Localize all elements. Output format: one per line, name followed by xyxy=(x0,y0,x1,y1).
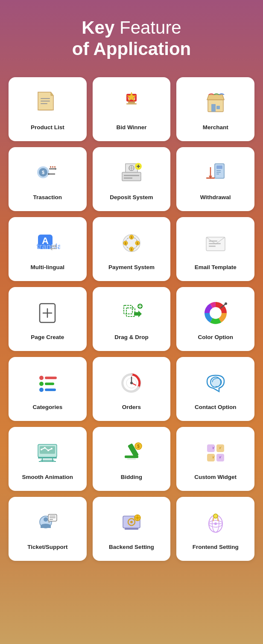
card-orders[interactable]: Orders xyxy=(93,357,171,421)
svg-text:$: $ xyxy=(137,444,140,449)
svg-rect-4 xyxy=(41,98,50,99)
svg-point-70 xyxy=(212,310,219,316)
svg-rect-41 xyxy=(206,177,215,179)
svg-rect-24 xyxy=(54,166,56,168)
label-email-template: Email Template xyxy=(195,264,237,271)
svg-rect-11 xyxy=(126,103,137,104)
icon-categories xyxy=(32,368,63,398)
icon-color-option xyxy=(200,298,231,328)
svg-rect-23 xyxy=(52,166,53,168)
card-deposit-system[interactable]: Deposit System xyxy=(93,147,171,211)
features-grid: Product List WIN Bid Winner Merchant $ T… xyxy=(0,73,263,574)
card-payment-system[interactable]: $ $ $ $ Payment System xyxy=(93,217,171,281)
icon-payment-system: $ $ $ $ xyxy=(116,228,147,258)
svg-rect-78 xyxy=(45,389,56,391)
svg-rect-22 xyxy=(50,166,51,168)
card-custom-widget[interactable]: Custom Widget xyxy=(176,427,254,491)
label-bidding: Bidding xyxy=(121,473,142,481)
card-product-list[interactable]: Product List xyxy=(9,77,87,141)
icon-bid-winner: WIN xyxy=(116,88,147,119)
card-merchant[interactable]: Merchant xyxy=(176,77,254,141)
label-multi-lingual: Multi-lingual xyxy=(31,264,64,271)
icon-smooth-animation xyxy=(32,438,63,468)
svg-text:$: $ xyxy=(131,248,132,251)
svg-rect-25 xyxy=(122,172,141,181)
page-header: Key Feature of Application xyxy=(0,0,263,73)
svg-point-75 xyxy=(39,382,44,386)
svg-point-73 xyxy=(39,376,44,380)
svg-point-127 xyxy=(213,514,218,518)
svg-rect-58 xyxy=(209,241,217,242)
svg-rect-91 xyxy=(41,460,54,461)
label-frontend-setting: Frontend Setting xyxy=(193,543,239,551)
label-categories: Categories xyxy=(32,403,62,411)
svg-text:⇄: ⇄ xyxy=(50,242,57,252)
card-transaction[interactable]: $ Trasaction xyxy=(9,147,87,211)
card-drag-drop[interactable]: Drag & Drop xyxy=(93,287,171,351)
icon-bidding: $ xyxy=(116,438,147,468)
svg-rect-6 xyxy=(41,103,47,104)
header-line2: of Application xyxy=(72,39,191,59)
label-orders: Orders xyxy=(122,403,141,411)
card-multi-lingual[interactable]: A translate ✕ ⇄ Multi-lingual xyxy=(9,217,87,281)
label-product-list: Product List xyxy=(31,124,64,131)
icon-email-template xyxy=(200,228,231,258)
icon-contact-option xyxy=(200,368,231,398)
label-bid-winner: Bid Winner xyxy=(116,124,146,131)
card-color-option[interactable]: Color Option xyxy=(176,287,254,351)
svg-text:$: $ xyxy=(125,242,126,245)
svg-rect-76 xyxy=(45,383,54,385)
label-deposit-system: Deposit System xyxy=(110,194,153,201)
svg-point-119 xyxy=(136,516,139,519)
header-light: Feature xyxy=(114,17,181,38)
header-bold: Key xyxy=(82,17,114,38)
svg-marker-19 xyxy=(55,168,57,170)
card-ticket-support[interactable]: Ticket/Support xyxy=(9,497,87,561)
card-contact-option[interactable]: Contact Option xyxy=(176,357,254,421)
svg-text:$: $ xyxy=(137,242,138,245)
card-backend-setting[interactable]: Backend Setting xyxy=(93,497,171,561)
icon-merchant xyxy=(200,88,231,119)
svg-point-83 xyxy=(130,382,133,384)
icon-product-list xyxy=(32,88,63,119)
label-color-option: Color Option xyxy=(198,334,233,341)
card-smooth-animation[interactable]: Smooth Animation xyxy=(9,427,87,491)
icon-page-create xyxy=(32,298,63,328)
svg-rect-87 xyxy=(38,457,57,458)
card-page-create[interactable]: Page Create xyxy=(9,287,87,351)
svg-rect-13 xyxy=(211,104,216,112)
svg-rect-59 xyxy=(209,243,221,244)
svg-point-97 xyxy=(47,450,49,451)
svg-point-77 xyxy=(39,388,44,392)
card-email-template[interactable]: Email Template xyxy=(176,217,254,281)
svg-rect-60 xyxy=(209,246,216,247)
label-page-create: Page Create xyxy=(31,334,64,341)
svg-point-96 xyxy=(44,447,46,449)
svg-rect-5 xyxy=(41,101,50,102)
label-withdrawal: Withdrawal xyxy=(200,194,231,201)
card-categories[interactable]: Categories xyxy=(9,357,87,421)
label-ticket-support: Ticket/Support xyxy=(27,543,67,551)
svg-point-72 xyxy=(225,302,227,305)
icon-multi-lingual: A translate ✕ ⇄ xyxy=(32,228,63,258)
svg-rect-64 xyxy=(124,305,132,314)
label-transaction: Trasaction xyxy=(33,194,62,201)
label-smooth-animation: Smooth Animation xyxy=(22,473,73,481)
icon-backend-setting xyxy=(116,508,147,538)
icon-ticket-support xyxy=(32,508,63,538)
svg-rect-14 xyxy=(216,106,220,109)
svg-text:$: $ xyxy=(131,236,132,239)
icon-deposit-system xyxy=(116,158,147,189)
card-bidding[interactable]: $ Bidding xyxy=(93,427,171,491)
card-withdrawal[interactable]: Withdrawal xyxy=(176,147,254,211)
svg-point-98 xyxy=(51,448,53,450)
svg-rect-35 xyxy=(216,165,222,169)
svg-rect-27 xyxy=(124,177,132,179)
card-frontend-setting[interactable]: Frontend Setting xyxy=(176,497,254,561)
label-backend-setting: Backend Setting xyxy=(109,543,154,551)
svg-rect-101 xyxy=(127,458,136,460)
icon-drag-drop xyxy=(116,298,147,328)
card-bid-winner[interactable]: WIN Bid Winner xyxy=(93,77,171,141)
svg-rect-10 xyxy=(128,102,135,103)
label-contact-option: Contact Option xyxy=(195,403,237,411)
